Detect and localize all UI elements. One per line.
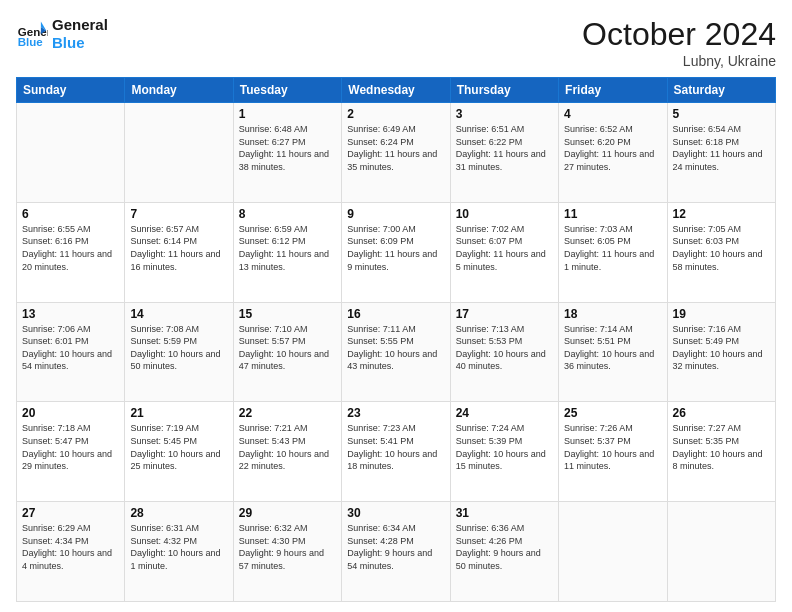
- calendar-cell: 21Sunrise: 7:19 AM Sunset: 5:45 PM Dayli…: [125, 402, 233, 502]
- day-number: 3: [456, 107, 553, 121]
- header: General Blue General Blue October 2024 L…: [16, 16, 776, 69]
- calendar-cell: 28Sunrise: 6:31 AM Sunset: 4:32 PM Dayli…: [125, 502, 233, 602]
- day-number: 10: [456, 207, 553, 221]
- day-info: Sunrise: 6:48 AM Sunset: 6:27 PM Dayligh…: [239, 123, 336, 173]
- day-number: 4: [564, 107, 661, 121]
- day-info: Sunrise: 6:54 AM Sunset: 6:18 PM Dayligh…: [673, 123, 770, 173]
- day-info: Sunrise: 6:51 AM Sunset: 6:22 PM Dayligh…: [456, 123, 553, 173]
- calendar-cell: [125, 103, 233, 203]
- calendar-cell: [559, 502, 667, 602]
- month-title: October 2024: [582, 16, 776, 53]
- calendar-table: SundayMondayTuesdayWednesdayThursdayFrid…: [16, 77, 776, 602]
- day-number: 20: [22, 406, 119, 420]
- calendar-header-row: SundayMondayTuesdayWednesdayThursdayFrid…: [17, 78, 776, 103]
- calendar-cell: 13Sunrise: 7:06 AM Sunset: 6:01 PM Dayli…: [17, 302, 125, 402]
- calendar-cell: 5Sunrise: 6:54 AM Sunset: 6:18 PM Daylig…: [667, 103, 775, 203]
- day-info: Sunrise: 7:13 AM Sunset: 5:53 PM Dayligh…: [456, 323, 553, 373]
- calendar-cell: 19Sunrise: 7:16 AM Sunset: 5:49 PM Dayli…: [667, 302, 775, 402]
- day-info: Sunrise: 6:36 AM Sunset: 4:26 PM Dayligh…: [456, 522, 553, 572]
- day-info: Sunrise: 7:23 AM Sunset: 5:41 PM Dayligh…: [347, 422, 444, 472]
- logo-text: General Blue: [52, 16, 108, 52]
- calendar-week-row: 6Sunrise: 6:55 AM Sunset: 6:16 PM Daylig…: [17, 202, 776, 302]
- day-info: Sunrise: 7:02 AM Sunset: 6:07 PM Dayligh…: [456, 223, 553, 273]
- calendar-cell: 16Sunrise: 7:11 AM Sunset: 5:55 PM Dayli…: [342, 302, 450, 402]
- day-number: 9: [347, 207, 444, 221]
- day-info: Sunrise: 7:26 AM Sunset: 5:37 PM Dayligh…: [564, 422, 661, 472]
- calendar-cell: 1Sunrise: 6:48 AM Sunset: 6:27 PM Daylig…: [233, 103, 341, 203]
- calendar-cell: 6Sunrise: 6:55 AM Sunset: 6:16 PM Daylig…: [17, 202, 125, 302]
- day-info: Sunrise: 7:00 AM Sunset: 6:09 PM Dayligh…: [347, 223, 444, 273]
- day-number: 15: [239, 307, 336, 321]
- day-number: 16: [347, 307, 444, 321]
- calendar-cell: 9Sunrise: 7:00 AM Sunset: 6:09 PM Daylig…: [342, 202, 450, 302]
- day-number: 7: [130, 207, 227, 221]
- calendar-cell: 29Sunrise: 6:32 AM Sunset: 4:30 PM Dayli…: [233, 502, 341, 602]
- svg-text:Blue: Blue: [18, 36, 44, 48]
- calendar-cell: 27Sunrise: 6:29 AM Sunset: 4:34 PM Dayli…: [17, 502, 125, 602]
- subtitle: Lubny, Ukraine: [582, 53, 776, 69]
- day-number: 24: [456, 406, 553, 420]
- day-number: 6: [22, 207, 119, 221]
- day-number: 1: [239, 107, 336, 121]
- day-info: Sunrise: 7:16 AM Sunset: 5:49 PM Dayligh…: [673, 323, 770, 373]
- day-of-week-header: Wednesday: [342, 78, 450, 103]
- calendar-cell: 8Sunrise: 6:59 AM Sunset: 6:12 PM Daylig…: [233, 202, 341, 302]
- calendar-cell: 26Sunrise: 7:27 AM Sunset: 5:35 PM Dayli…: [667, 402, 775, 502]
- calendar-cell: 10Sunrise: 7:02 AM Sunset: 6:07 PM Dayli…: [450, 202, 558, 302]
- calendar-cell: 18Sunrise: 7:14 AM Sunset: 5:51 PM Dayli…: [559, 302, 667, 402]
- day-info: Sunrise: 6:32 AM Sunset: 4:30 PM Dayligh…: [239, 522, 336, 572]
- day-number: 19: [673, 307, 770, 321]
- day-info: Sunrise: 7:21 AM Sunset: 5:43 PM Dayligh…: [239, 422, 336, 472]
- logo: General Blue General Blue: [16, 16, 108, 52]
- calendar-cell: [667, 502, 775, 602]
- day-info: Sunrise: 7:03 AM Sunset: 6:05 PM Dayligh…: [564, 223, 661, 273]
- logo-icon: General Blue: [16, 18, 48, 50]
- day-of-week-header: Monday: [125, 78, 233, 103]
- day-info: Sunrise: 7:24 AM Sunset: 5:39 PM Dayligh…: [456, 422, 553, 472]
- day-of-week-header: Sunday: [17, 78, 125, 103]
- calendar-cell: 22Sunrise: 7:21 AM Sunset: 5:43 PM Dayli…: [233, 402, 341, 502]
- day-info: Sunrise: 7:10 AM Sunset: 5:57 PM Dayligh…: [239, 323, 336, 373]
- day-number: 31: [456, 506, 553, 520]
- day-of-week-header: Saturday: [667, 78, 775, 103]
- day-number: 29: [239, 506, 336, 520]
- calendar-cell: 23Sunrise: 7:23 AM Sunset: 5:41 PM Dayli…: [342, 402, 450, 502]
- day-of-week-header: Friday: [559, 78, 667, 103]
- day-info: Sunrise: 6:29 AM Sunset: 4:34 PM Dayligh…: [22, 522, 119, 572]
- day-number: 14: [130, 307, 227, 321]
- day-info: Sunrise: 6:57 AM Sunset: 6:14 PM Dayligh…: [130, 223, 227, 273]
- day-number: 26: [673, 406, 770, 420]
- calendar-cell: 30Sunrise: 6:34 AM Sunset: 4:28 PM Dayli…: [342, 502, 450, 602]
- day-number: 5: [673, 107, 770, 121]
- day-info: Sunrise: 7:18 AM Sunset: 5:47 PM Dayligh…: [22, 422, 119, 472]
- calendar-cell: 11Sunrise: 7:03 AM Sunset: 6:05 PM Dayli…: [559, 202, 667, 302]
- day-info: Sunrise: 6:49 AM Sunset: 6:24 PM Dayligh…: [347, 123, 444, 173]
- calendar-cell: 20Sunrise: 7:18 AM Sunset: 5:47 PM Dayli…: [17, 402, 125, 502]
- day-info: Sunrise: 6:52 AM Sunset: 6:20 PM Dayligh…: [564, 123, 661, 173]
- day-number: 12: [673, 207, 770, 221]
- calendar-cell: 14Sunrise: 7:08 AM Sunset: 5:59 PM Dayli…: [125, 302, 233, 402]
- day-number: 11: [564, 207, 661, 221]
- day-number: 28: [130, 506, 227, 520]
- calendar-cell: 15Sunrise: 7:10 AM Sunset: 5:57 PM Dayli…: [233, 302, 341, 402]
- day-info: Sunrise: 6:31 AM Sunset: 4:32 PM Dayligh…: [130, 522, 227, 572]
- day-number: 22: [239, 406, 336, 420]
- day-number: 27: [22, 506, 119, 520]
- day-number: 21: [130, 406, 227, 420]
- day-number: 30: [347, 506, 444, 520]
- day-info: Sunrise: 7:11 AM Sunset: 5:55 PM Dayligh…: [347, 323, 444, 373]
- calendar-cell: 24Sunrise: 7:24 AM Sunset: 5:39 PM Dayli…: [450, 402, 558, 502]
- day-info: Sunrise: 7:27 AM Sunset: 5:35 PM Dayligh…: [673, 422, 770, 472]
- day-number: 25: [564, 406, 661, 420]
- page: General Blue General Blue October 2024 L…: [0, 0, 792, 612]
- calendar-cell: [17, 103, 125, 203]
- day-of-week-header: Tuesday: [233, 78, 341, 103]
- calendar-cell: 17Sunrise: 7:13 AM Sunset: 5:53 PM Dayli…: [450, 302, 558, 402]
- calendar-cell: 12Sunrise: 7:05 AM Sunset: 6:03 PM Dayli…: [667, 202, 775, 302]
- day-info: Sunrise: 6:59 AM Sunset: 6:12 PM Dayligh…: [239, 223, 336, 273]
- day-number: 13: [22, 307, 119, 321]
- title-block: October 2024 Lubny, Ukraine: [582, 16, 776, 69]
- calendar-week-row: 13Sunrise: 7:06 AM Sunset: 6:01 PM Dayli…: [17, 302, 776, 402]
- calendar-cell: 7Sunrise: 6:57 AM Sunset: 6:14 PM Daylig…: [125, 202, 233, 302]
- calendar-cell: 31Sunrise: 6:36 AM Sunset: 4:26 PM Dayli…: [450, 502, 558, 602]
